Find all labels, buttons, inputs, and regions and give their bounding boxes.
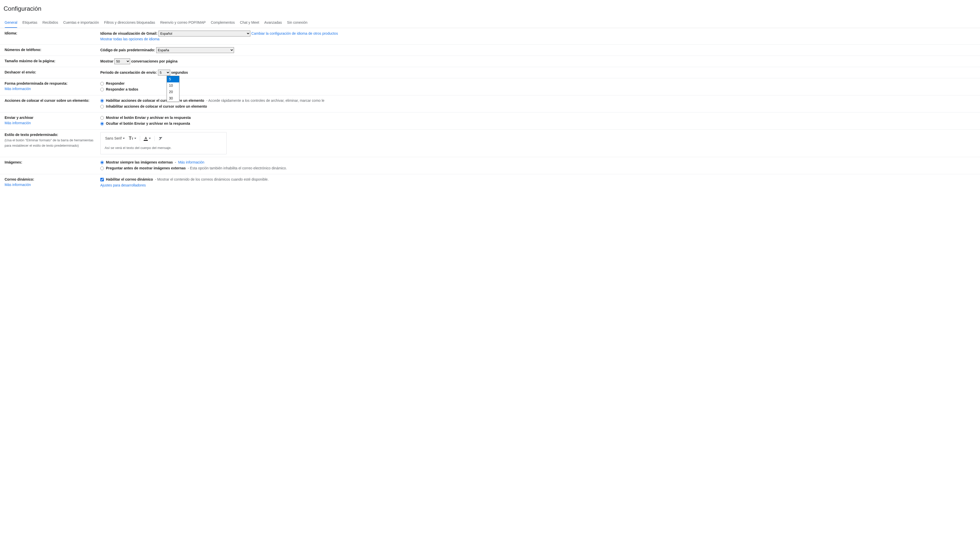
undo-suffix: segundos xyxy=(171,70,188,75)
tab-accounts[interactable]: Cuentas e importación xyxy=(63,18,99,28)
phone-code-label: Código de país predeterminado: xyxy=(100,48,155,52)
label-language: Idioma: xyxy=(5,30,100,36)
hover-disable-label: Inhabilitar acciones de colocar el curso… xyxy=(106,104,207,109)
dynamic-enable-desc: - Mostrar el contenido de los correos di… xyxy=(155,177,269,182)
page-size-show: Mostrar xyxy=(100,59,113,63)
language-change-other-link[interactable]: Cambiar la configuración de idioma de ot… xyxy=(251,32,338,35)
row-images: Imágenes: Mostrar siempre las imágenes e… xyxy=(0,157,980,174)
radio-reply-all-label: Responder a todos xyxy=(106,87,138,92)
send-archive-show-label: Mostrar el botón Enviar y archivar en la… xyxy=(106,115,191,121)
row-undo-send: Deshacer el envío: Periodo de cancelació… xyxy=(0,67,980,78)
hover-enable-desc: - Accede rápidamente a los controles de … xyxy=(206,98,325,103)
tabs-bar: General Etiquetas Recibidos Cuentas e im… xyxy=(0,18,980,28)
undo-option-20[interactable]: 20 xyxy=(167,89,179,95)
undo-option-5[interactable]: 5 xyxy=(167,76,179,83)
row-page-size: Tamaño máximo de la página: Mostrar 50 c… xyxy=(0,56,980,67)
default-text-style-editor: Sans Serif TT A xyxy=(100,132,227,154)
row-phone: Números de teléfono: Código de país pred… xyxy=(0,44,980,56)
radio-hover-disable[interactable] xyxy=(100,105,104,108)
undo-option-30[interactable]: 30 xyxy=(167,95,179,102)
radio-hover-enable[interactable] xyxy=(100,99,104,103)
font-family-button[interactable]: Sans Serif xyxy=(105,135,125,141)
font-size-button[interactable]: TT xyxy=(128,135,137,142)
label-phone: Números de teléfono: xyxy=(5,47,100,52)
label-text-style: Estilo de texto predeterminado: xyxy=(5,133,58,137)
label-hover: Acciones de colocar el cursor sobre un e… xyxy=(5,98,100,103)
toolbar-separator xyxy=(154,136,155,141)
images-learn-more-link[interactable]: Más información xyxy=(178,160,204,165)
hover-enable-label: Habilitar acciones de colocar el cursor … xyxy=(106,98,204,103)
chevron-down-icon xyxy=(149,138,151,139)
page-size-suffix: conversaciones por página xyxy=(131,59,177,63)
clear-formatting-icon xyxy=(158,136,163,141)
radio-reply[interactable] xyxy=(100,82,104,86)
text-style-preview: Así se verá el texto del cuerpo del mens… xyxy=(100,144,226,154)
label-reply-default: Forma predeterminada de respuesta: xyxy=(5,81,68,86)
tab-general[interactable]: General xyxy=(5,18,18,28)
row-hover: Acciones de colocar el cursor sobre un e… xyxy=(0,95,980,113)
tab-chat[interactable]: Chat y Meet xyxy=(240,18,259,28)
tab-advanced[interactable]: Avanzadas xyxy=(264,18,282,28)
language-show-all-link[interactable]: Mostrar todas las opciones de idioma xyxy=(100,37,159,41)
label-images: Imágenes: xyxy=(5,160,100,165)
clear-formatting-button[interactable] xyxy=(158,136,163,141)
chevron-down-icon xyxy=(123,138,125,139)
checkbox-dynamic-enable[interactable] xyxy=(100,178,104,181)
row-reply-default: Forma predeterminada de respuesta: Más i… xyxy=(0,78,980,95)
undo-seconds-dropdown: 5 10 20 30 xyxy=(167,76,180,102)
images-always-label: Mostrar siempre las imágenes externas xyxy=(106,160,173,165)
label-send-archive: Enviar y archivar xyxy=(5,116,33,120)
radio-images-ask[interactable] xyxy=(100,167,104,170)
chevron-down-icon xyxy=(134,138,136,139)
radio-send-archive-hide[interactable] xyxy=(100,122,104,125)
undo-option-10[interactable]: 10 xyxy=(167,83,179,89)
dynamic-enable-label: Habilitar el correo dinámico xyxy=(106,177,153,182)
page-size-select[interactable]: 50 xyxy=(115,59,130,64)
tab-offline[interactable]: Sin conexión xyxy=(287,18,307,28)
row-language: Idioma: Idioma de visualización de Gmail… xyxy=(0,28,980,44)
country-code-select[interactable]: España xyxy=(156,47,234,53)
tab-filters[interactable]: Filtros y direcciones bloqueadas xyxy=(104,18,155,28)
font-family-value: Sans Serif xyxy=(105,136,122,141)
text-color-icon: A xyxy=(144,136,148,141)
label-page-size: Tamaño máximo de la página: xyxy=(5,59,100,64)
radio-send-archive-show[interactable] xyxy=(100,116,104,120)
tab-forwarding[interactable]: Reenvío y correo POP/IMAP xyxy=(160,18,206,28)
dynamic-dev-link[interactable]: Ajustes para desarrolladores xyxy=(100,183,146,187)
radio-images-always[interactable] xyxy=(100,161,104,164)
language-display-label: Idioma de visualización de Gmail: xyxy=(100,32,158,35)
undo-seconds-select[interactable]: 5 xyxy=(158,70,170,76)
row-send-archive: Enviar y archivar Más información Mostra… xyxy=(0,113,980,130)
tab-labels[interactable]: Etiquetas xyxy=(22,18,37,28)
settings-table: Idioma: Idioma de visualización de Gmail… xyxy=(0,28,980,191)
language-select[interactable]: Español xyxy=(159,30,250,37)
images-ask-desc: - Esta opción también inhabilita el corr… xyxy=(188,165,287,171)
text-color-button[interactable]: A xyxy=(143,136,151,141)
row-dynamic: Correo dinámico: Más información Habilit… xyxy=(0,174,980,191)
dynamic-learn-more-link[interactable]: Más información xyxy=(5,183,31,187)
reply-learn-more-link[interactable]: Más información xyxy=(5,87,31,91)
tab-inbox[interactable]: Recibidos xyxy=(42,18,58,28)
label-undo-send: Deshacer el envío: xyxy=(5,70,100,75)
radio-reply-all[interactable] xyxy=(100,88,104,91)
label-text-style-sub: (Usa el botón "Eliminar formato" de la b… xyxy=(5,138,94,148)
font-size-icon: TT xyxy=(129,135,134,142)
page-title: Configuración xyxy=(0,0,980,18)
radio-reply-label: Responder xyxy=(106,81,124,86)
row-text-style: Estilo de texto predeterminado: (Usa el … xyxy=(0,130,980,157)
label-dynamic: Correo dinámico: xyxy=(5,177,34,181)
tab-addons[interactable]: Complementos xyxy=(211,18,235,28)
undo-period-label: Periodo de cancelación de envío: xyxy=(100,70,157,75)
images-ask-label: Preguntar antes de mostrar imágenes exte… xyxy=(106,165,186,171)
send-archive-hide-label: Ocultar el botón Enviar y archivar en la… xyxy=(106,121,190,126)
send-archive-learn-more-link[interactable]: Más información xyxy=(5,121,31,125)
